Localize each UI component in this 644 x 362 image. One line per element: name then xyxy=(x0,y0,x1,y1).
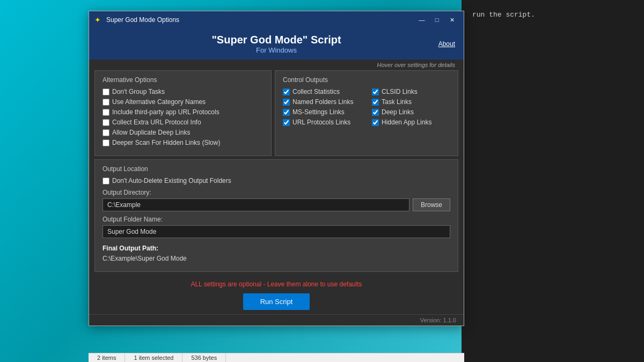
final-path-display: Final Output Path: C:\Example\Super God … xyxy=(103,243,450,264)
list-item: Allow Duplicate Deep Links xyxy=(103,129,264,136)
hover-hint: Hover over settings for details xyxy=(89,60,464,70)
alt-category-names-checkbox[interactable] xyxy=(103,99,109,106)
version-bar: Version: 1.1.0 xyxy=(89,314,464,326)
list-item: Don't Group Tasks xyxy=(103,88,264,95)
browse-button[interactable]: Browse xyxy=(413,198,450,211)
app-icon: ✦ xyxy=(94,16,103,24)
list-item: Collect Extra URL Protocol Info xyxy=(103,119,264,126)
list-item: Collect Statistics xyxy=(283,88,361,95)
list-item: MS-Settings Links xyxy=(283,108,361,116)
list-item: URL Protocols Links xyxy=(283,119,361,126)
deeper-scan-label: Deeper Scan For Hidden Links (Slow) xyxy=(112,139,220,146)
options-row: Alternative Options Don't Group Tasks Us… xyxy=(94,70,458,156)
list-item: CLSID Links xyxy=(372,88,450,95)
final-path-value: C:\Example\Super God Mode xyxy=(103,255,187,262)
list-item: Hidden App Links xyxy=(372,119,450,126)
main-window: ✦ Super God Mode Options — □ ✕ "Super Go… xyxy=(89,11,464,326)
dont-group-tasks-label: Don't Group Tasks xyxy=(112,88,165,95)
ms-settings-label: MS-Settings Links xyxy=(292,108,345,116)
content-area: Hover over settings for details Alternat… xyxy=(89,60,464,326)
list-item: Deeper Scan For Hidden Links (Slow) xyxy=(103,139,264,146)
include-thirdparty-checkbox[interactable] xyxy=(103,109,109,116)
header-subtitle: For Windows xyxy=(100,46,453,54)
include-thirdparty-label: Include third-party app URL Protocols xyxy=(112,108,219,116)
hidden-app-links-label: Hidden App Links xyxy=(382,119,431,126)
terminal-background: run the script. xyxy=(462,0,644,362)
ms-settings-checkbox[interactable] xyxy=(283,109,290,116)
directory-input[interactable] xyxy=(103,198,409,211)
about-link[interactable]: About xyxy=(438,40,455,48)
final-path-label: Final Output Path: xyxy=(103,245,158,252)
deep-links-checkbox[interactable] xyxy=(372,109,379,116)
dont-group-tasks-checkbox[interactable] xyxy=(103,88,109,95)
list-item: Named Folders Links xyxy=(283,98,361,106)
alternative-options-title: Alternative Options xyxy=(103,76,264,84)
file-size: 536 bytes xyxy=(182,353,226,362)
output-location-title: Output Location xyxy=(103,165,450,173)
allow-duplicate-label: Allow Duplicate Deep Links xyxy=(112,129,190,136)
named-folders-checkbox[interactable] xyxy=(283,99,290,106)
dont-autodelete-row: Don't Auto-Delete Existing Output Folder… xyxy=(103,177,450,184)
directory-row: Browse xyxy=(103,198,450,211)
url-protocols-checkbox[interactable] xyxy=(283,119,290,126)
dont-autodelete-checkbox[interactable] xyxy=(103,178,109,184)
header-title: "Super God Mode" Script xyxy=(100,34,453,46)
clsid-links-checkbox[interactable] xyxy=(372,88,379,95)
task-links-label: Task Links xyxy=(382,98,412,106)
terminal-text: run the script. xyxy=(472,11,535,19)
clsid-links-label: CLSID Links xyxy=(382,88,418,95)
control-outputs-title: Control Outputs xyxy=(283,76,450,84)
items-count: 2 items xyxy=(89,353,125,362)
list-item: Use Alternative Category Names xyxy=(103,98,264,106)
status-bar: 2 items 1 item selected 536 bytes xyxy=(89,353,464,362)
named-folders-label: Named Folders Links xyxy=(292,98,353,106)
selected-count: 1 item selected xyxy=(125,353,182,362)
allow-duplicate-checkbox[interactable] xyxy=(103,129,109,136)
footer: ALL settings are optional - Leave them a… xyxy=(89,275,464,314)
close-button[interactable]: ✕ xyxy=(445,14,458,25)
dont-autodelete-label: Don't Auto-Delete Existing Output Folder… xyxy=(112,177,231,184)
version-text: Version: 1.1.0 xyxy=(420,317,456,323)
collect-statistics-checkbox[interactable] xyxy=(283,88,290,95)
hidden-app-links-checkbox[interactable] xyxy=(372,119,379,126)
titlebar-title: Super God Mode Options xyxy=(106,16,179,24)
task-links-checkbox[interactable] xyxy=(372,99,379,106)
header: "Super God Mode" Script For Windows Abou… xyxy=(89,28,464,60)
output-location-panel: Output Location Don't Auto-Delete Existi… xyxy=(94,159,458,272)
titlebar-controls: — □ ✕ xyxy=(415,14,458,25)
maximize-button[interactable]: □ xyxy=(430,14,443,25)
deeper-scan-checkbox[interactable] xyxy=(103,139,109,146)
run-script-button[interactable]: Run Script xyxy=(243,293,310,310)
deep-links-label: Deep Links xyxy=(382,108,414,116)
folder-name-input[interactable] xyxy=(103,225,450,238)
alternative-options-panel: Alternative Options Don't Group Tasks Us… xyxy=(94,70,272,156)
list-item: Task Links xyxy=(372,98,450,106)
collect-extra-url-label: Collect Extra URL Protocol Info xyxy=(112,119,201,126)
list-item: Deep Links xyxy=(372,108,450,116)
optional-hint: ALL settings are optional - Leave them a… xyxy=(94,280,458,288)
list-item: Include third-party app URL Protocols xyxy=(103,108,264,116)
url-protocols-label: URL Protocols Links xyxy=(292,119,350,126)
control-outputs-panel: Control Outputs Collect Statistics CLSID… xyxy=(275,70,458,156)
collect-statistics-label: Collect Statistics xyxy=(292,88,340,95)
directory-label: Output Directory: xyxy=(103,189,450,196)
collect-extra-url-checkbox[interactable] xyxy=(103,119,109,126)
titlebar: ✦ Super God Mode Options — □ ✕ xyxy=(89,11,464,28)
alt-category-names-label: Use Alternative Category Names xyxy=(112,98,206,106)
control-outputs-grid: Collect Statistics CLSID Links Named Fol… xyxy=(283,88,450,129)
minimize-button[interactable]: — xyxy=(415,14,428,25)
titlebar-left: ✦ Super God Mode Options xyxy=(94,16,179,24)
folder-name-label: Output Folder Name: xyxy=(103,216,450,223)
